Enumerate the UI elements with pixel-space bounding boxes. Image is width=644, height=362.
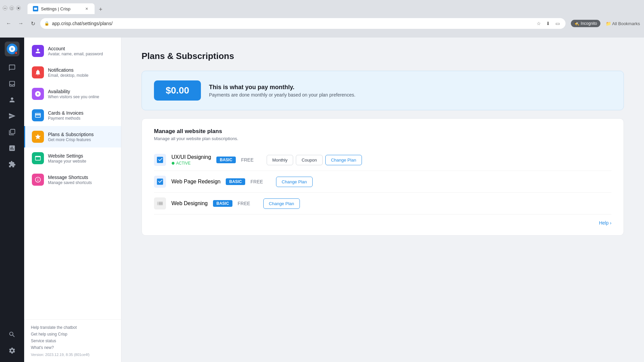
service-status-link[interactable]: Service status — [31, 339, 114, 343]
plans-title: Plans & Subscriptions — [48, 132, 94, 137]
sidebar-item-message-shortcuts[interactable]: Message Shortcuts Manage saved shortcuts — [24, 169, 121, 190]
nav-campaigns-icon[interactable] — [5, 109, 19, 123]
address-bar-row: ← → ↻ 🔒 app.crisp.chat/settings/plans/ ☆… — [0, 16, 644, 31]
url-text: app.crisp.chat/settings/plans/ — [52, 21, 532, 26]
account-title: Account — [48, 46, 103, 51]
plan-row-3: Web Designing BASIC FREE Change Plan — [154, 193, 611, 215]
sidebar-item-availability[interactable]: Availability When visitors see you onlin… — [24, 83, 121, 105]
nav-inbox-icon[interactable] — [5, 76, 19, 91]
bookmark-star-icon[interactable]: ☆ — [535, 19, 543, 27]
window-controls[interactable]: ─ □ ✕ — [3, 6, 21, 10]
plans-header: Manage all website plans Manage all your… — [154, 128, 611, 141]
plan-actions-2: Change Plan — [276, 177, 313, 187]
payment-info: This is what you pay monthly. Payments a… — [209, 84, 356, 98]
change-plan-button-2[interactable]: Change Plan — [276, 177, 313, 187]
sidebar-item-plans[interactable]: Plans & Subscriptions Get more Crisp fea… — [24, 126, 121, 147]
shortcuts-icon — [32, 174, 44, 186]
icon-nav — [0, 38, 24, 362]
availability-subtitle: When visitors see you online — [48, 95, 99, 99]
tab-close-button[interactable]: ✕ — [84, 6, 89, 11]
nav-plugins-icon[interactable] — [5, 157, 19, 172]
shortcuts-subtitle: Manage saved shortcuts — [48, 180, 92, 185]
all-bookmarks[interactable]: 📁 All Bookmarks — [606, 21, 640, 26]
get-help-link[interactable]: Get help using Crisp — [31, 332, 114, 337]
plans-subheading: Manage all your website plan subscriptio… — [154, 136, 611, 141]
change-plan-button-3[interactable]: Change Plan — [263, 198, 300, 209]
account-icon — [32, 45, 44, 57]
address-bar[interactable]: 🔒 app.crisp.chat/settings/plans/ ☆ ⬇ ▭ — [40, 18, 566, 29]
new-tab-button[interactable]: + — [96, 5, 105, 14]
main-content: Plans & Subscriptions $0.00 This is what… — [121, 38, 644, 362]
minimize-button[interactable]: ─ — [3, 6, 7, 10]
payment-heading: This is what you pay monthly. — [209, 84, 356, 91]
help-link[interactable]: Help › — [599, 220, 611, 226]
monthly-button-1[interactable]: Monthly — [267, 155, 293, 165]
nav-settings-icon[interactable] — [5, 343, 19, 358]
maximize-button[interactable]: □ — [9, 6, 14, 10]
sidebar-items: Account Avatar, name, email, password No… — [24, 38, 121, 319]
cards-subtitle: Payment methods — [48, 116, 84, 121]
cards-icon — [32, 109, 44, 121]
plan-actions-1: Monthly Coupon Change Plan — [267, 155, 362, 165]
notifications-title: Notifications — [48, 67, 89, 73]
browser-tab[interactable]: Settings | Crisp ✕ — [28, 3, 95, 14]
plan-name-2: Web Page Redesign — [171, 179, 220, 185]
badge-basic-1: BASIC — [216, 157, 235, 163]
browser-actions: 🕵 Incognito 📁 All Bookmarks — [571, 20, 640, 27]
lock-icon: 🔒 — [44, 21, 49, 26]
plan-favicon-1 — [154, 154, 166, 166]
svg-point-1 — [172, 162, 174, 165]
nav-analytics-icon[interactable] — [5, 141, 19, 156]
active-badge: ACTIVE — [171, 161, 211, 166]
shortcuts-title: Message Shortcuts — [48, 175, 92, 180]
download-icon[interactable]: ⬇ — [544, 19, 552, 27]
plans-box: Manage all website plans Manage all your… — [142, 118, 624, 236]
help-translate-link[interactable]: Help translate the chatbot — [31, 325, 114, 330]
reload-button[interactable]: ↻ — [28, 19, 38, 28]
badge-basic-2: BASIC — [226, 178, 245, 185]
plan-price-1: FREE — [241, 157, 261, 163]
nav-contacts-icon[interactable] — [5, 93, 19, 107]
plan-favicon-2 — [154, 176, 166, 188]
whats-new-link[interactable]: What's new? — [31, 345, 114, 350]
forward-button[interactable]: → — [16, 19, 25, 28]
cast-icon[interactable]: ▭ — [553, 19, 561, 27]
plans-heading: Manage all website plans — [154, 128, 611, 135]
page-title: Plans & Subscriptions — [142, 51, 624, 61]
payment-description: Payments are done monthly or yearly base… — [209, 92, 356, 98]
availability-title: Availability — [48, 89, 99, 94]
version-text: Version: 2023.12.19, 8:35 (801ce4f) — [31, 353, 114, 357]
svg-rect-0 — [34, 8, 37, 10]
website-title: Website Settings — [48, 153, 86, 159]
badge-basic-3: BASIC — [213, 200, 232, 207]
close-button[interactable]: ✕ — [16, 6, 21, 10]
coupon-button-1[interactable]: Coupon — [296, 155, 323, 165]
sidebar-item-website-settings[interactable]: Website Settings Manage your website — [24, 147, 121, 169]
sidebar: Account Avatar, name, email, password No… — [24, 38, 121, 362]
availability-icon — [32, 88, 44, 100]
tab-favicon — [33, 6, 38, 11]
nav-crisp-logo[interactable] — [5, 42, 19, 56]
back-button[interactable]: ← — [4, 19, 13, 28]
sidebar-item-account[interactable]: Account Avatar, name, email, password — [24, 40, 121, 62]
sidebar-item-cards-invoices[interactable]: Cards & Invoices Payment methods — [24, 105, 121, 126]
sidebar-footer: Help translate the chatbot Get help usin… — [24, 319, 121, 362]
amount-value: $0.00 — [166, 85, 189, 96]
website-subtitle: Manage your website — [48, 159, 86, 164]
incognito-button[interactable]: 🕵 Incognito — [571, 20, 600, 27]
account-subtitle: Avatar, name, email, password — [48, 52, 103, 56]
website-icon — [32, 152, 44, 164]
nav-chat-icon[interactable] — [5, 60, 19, 75]
plan-name-3: Web Designing — [171, 200, 208, 206]
notifications-subtitle: Email, desktop, mobile — [48, 73, 89, 78]
plan-row-1: UX/UI Designing ACTIVE BASIC FREE Monthl… — [154, 149, 611, 171]
plan-name-1: UX/UI Designing ACTIVE — [171, 154, 211, 166]
plan-price-2: FREE — [251, 179, 271, 184]
sidebar-item-notifications[interactable]: Notifications Email, desktop, mobile — [24, 62, 121, 83]
change-plan-button-1[interactable]: Change Plan — [325, 155, 362, 165]
plan-row-2: Web Page Redesign BASIC FREE Change Plan — [154, 171, 611, 193]
nav-search-icon[interactable] — [5, 327, 19, 342]
plan-favicon-3 — [154, 197, 166, 209]
payment-box: $0.00 This is what you pay monthly. Paym… — [142, 71, 624, 110]
nav-helpdesk-icon[interactable] — [5, 125, 19, 139]
